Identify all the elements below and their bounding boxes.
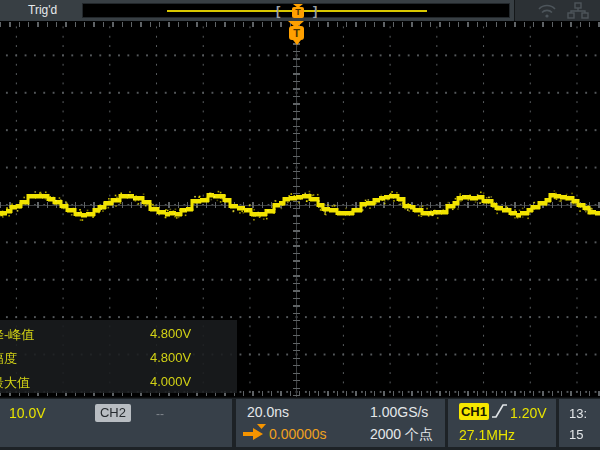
horizontal-scale-readout: 20.0ns [247, 404, 289, 420]
measurement-value: 4.800V [150, 350, 191, 365]
trigger-readout-section: CH1 1.20V 27.1MHz [448, 399, 556, 447]
record-position-bar[interactable]: [ ] T [82, 3, 510, 18]
channel-readout-section: 10.0V CH2 -- [0, 399, 232, 447]
trigger-position-marker-tip [293, 40, 301, 45]
status-bar: 10.0V CH2 -- 20.0ns 0.00000s 1.00GS/s 20… [0, 397, 600, 450]
top-bar-right-panel [514, 0, 600, 21]
measurement-label: 幅度 [0, 350, 17, 368]
measurement-value: 4.000V [150, 374, 191, 389]
trigger-frequency-readout: 27.1MHz [459, 427, 515, 443]
top-bar: Trig'd [ ] T [0, 0, 600, 22]
rising-edge-slope-icon [491, 402, 508, 420]
clock-time: 13: [569, 406, 587, 421]
measurement-row-maximum: 最大值 4.000V [0, 374, 237, 394]
lan-icon [567, 2, 589, 19]
horizontal-readout-section: 20.0ns 0.00000s 1.00GS/s 2000 个点 [236, 399, 445, 447]
measurement-panel: 峰-峰值 4.800V 幅度 4.800V 最大值 4.000V [0, 320, 237, 393]
trigger-status-label: Trig'd [28, 0, 57, 21]
record-trigger-marker[interactable]: T [292, 4, 305, 19]
measurement-row-amplitude: 幅度 4.800V [0, 350, 237, 370]
trigger-source-badge[interactable]: CH1 [459, 403, 489, 420]
ch1-scale-readout: 10.0V [9, 405, 46, 421]
trigger-position-marker-badge: T [289, 26, 304, 40]
measurement-row-peak-to-peak: 峰-峰值 4.800V [0, 326, 237, 346]
measurement-value: 4.800V [150, 326, 191, 341]
ch2-badge[interactable]: CH2 [95, 404, 131, 422]
record-length-readout: 2000 个点 [370, 426, 433, 444]
horizontal-position-readout: 0.00000s [269, 426, 327, 442]
clock-section: 13: 15 [559, 399, 600, 447]
horizontal-position-arrow-icon [243, 424, 267, 441]
window-bracket-right[interactable]: ] [313, 4, 317, 19]
clock-date: 15 [569, 427, 583, 442]
sample-rate-readout: 1.00GS/s [370, 404, 428, 420]
ch2-scale-readout: -- [156, 407, 164, 421]
trigger-level-readout: 1.20V [510, 405, 547, 421]
wifi-icon [537, 2, 557, 19]
measurement-label: 最大值 [0, 374, 30, 392]
window-bracket-left[interactable]: [ [276, 4, 280, 19]
record-trigger-marker-badge: T [292, 7, 304, 18]
measurement-label: 峰-峰值 [0, 326, 34, 344]
trigger-position-marker[interactable]: T [288, 21, 305, 47]
